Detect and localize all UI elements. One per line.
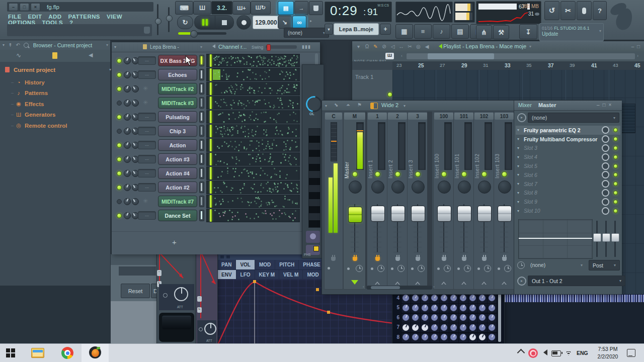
fx-slot-slot-4[interactable]: ▾Slot 4	[516, 152, 620, 161]
slot-led[interactable]	[613, 200, 618, 204]
mute-dot[interactable]	[391, 267, 393, 270]
zoom-icon[interactable]: ◎	[414, 44, 423, 49]
channel-pan-knob[interactable]	[124, 156, 131, 163]
browser-item-patterns[interactable]: –♪Patterns	[0, 88, 110, 99]
fx-slot-slot-8[interactable]: ▾Slot 8	[516, 189, 620, 198]
slot-led[interactable]	[613, 182, 618, 186]
matrix-knob[interactable]	[449, 323, 459, 333]
matrix-knob[interactable]	[430, 323, 440, 333]
browser-tab-snippets-icon[interactable]: ∿	[16, 52, 21, 59]
mixer-track-103[interactable]: 103Insert 103	[494, 112, 515, 290]
main-volume-knob[interactable]	[155, 18, 162, 25]
language-indicator[interactable]: ENG	[577, 350, 588, 356]
update-banner[interactable]: 01/16 FL STUDIO 20.6.1 Update ▾	[539, 23, 604, 41]
matrix-knob[interactable]	[487, 303, 497, 313]
mixer-track-1[interactable]: 1Insert 1	[367, 112, 388, 290]
matrix-knob[interactable]	[449, 303, 459, 313]
track-led[interactable]	[352, 171, 358, 177]
channel-target-selector[interactable]: ---	[138, 169, 156, 177]
track-pan-knob[interactable]	[478, 180, 491, 194]
eq-band-handle[interactable]	[611, 233, 619, 242]
mixer-flag-icon[interactable]: ⚑	[357, 102, 362, 108]
sidechain-clock-icon[interactable]	[464, 265, 471, 272]
delete-icon[interactable]: ⊘	[380, 44, 388, 49]
slot-caret-icon[interactable]: ▾	[517, 182, 519, 186]
fader-handle[interactable]	[371, 206, 385, 222]
sidechain-clock-icon[interactable]	[418, 265, 425, 272]
mixer-dock-icon[interactable]: ⬊	[334, 102, 338, 108]
channel-pan-knob[interactable]	[124, 212, 131, 219]
collapse-chevron-icon[interactable]	[415, 282, 420, 285]
fx-slot-slot-5[interactable]: ▾Slot 5	[516, 161, 620, 170]
mixer-track-101[interactable]: 101Insert 101	[453, 112, 474, 290]
mixer-layout-caret-icon[interactable]: ▾	[404, 104, 406, 108]
slot-knob[interactable]	[602, 171, 609, 178]
channel-button[interactable]: MIDITrack #7	[158, 196, 197, 207]
volume-tray-icon[interactable]	[540, 349, 547, 355]
slip-icon[interactable]: ↔	[397, 44, 406, 49]
chrome-icon[interactable]	[61, 347, 73, 359]
play-button[interactable]	[194, 15, 215, 30]
plug-icon[interactable]	[482, 257, 487, 261]
slot-knob[interactable]	[602, 198, 609, 206]
browser-titlebar[interactable]: ▾ ↟ ↶ Browser - Current project ▾	[0, 40, 110, 50]
matrix-knob[interactable]	[458, 323, 468, 333]
loop-record-icon[interactable]: ↻	[177, 16, 193, 29]
matrix-knob[interactable]	[420, 294, 430, 304]
matrix-knob[interactable]	[458, 333, 468, 343]
channel-led[interactable]	[117, 72, 122, 77]
browser-item-effects[interactable]: –◉Effects	[0, 99, 110, 109]
channel-target-selector[interactable]: ---	[138, 70, 156, 79]
overdub-loop-icon[interactable]: Ш↻	[251, 1, 271, 15]
undo-icon[interactable]: ↺	[544, 1, 559, 20]
browser-menu-icon[interactable]: ▾	[3, 43, 5, 47]
mixer-track-102[interactable]: 102Insert 102	[473, 112, 495, 290]
channel-led[interactable]	[117, 157, 122, 162]
track-led[interactable]	[461, 171, 467, 177]
rack-display-mode-icon[interactable]: ▮▮▮	[302, 44, 311, 49]
slot-caret-icon[interactable]: ▾	[517, 172, 519, 177]
collapse-chevron-icon[interactable]	[395, 282, 400, 285]
matrix-knob[interactable]	[401, 303, 411, 313]
channel-volume-knob[interactable]	[132, 198, 139, 205]
browser-item-remote-control[interactable]: –◎Remote control	[0, 120, 110, 131]
cpu-panel[interactable]: 67 388 MB 31	[476, 1, 541, 24]
env-subtab-key-m[interactable]: KEY M	[255, 270, 280, 280]
fx-slot-slot-7[interactable]: ▾Slot 7	[516, 179, 620, 189]
slot-knob[interactable]	[602, 189, 609, 197]
mixer-track-2[interactable]: 2Insert 2	[387, 112, 408, 290]
fx-slot-fruity-parametric-eq-2[interactable]: ▾Fruity parametric EQ 2	[516, 126, 620, 135]
matrix-knob[interactable]	[420, 303, 430, 313]
matrix-knob[interactable]	[430, 333, 440, 343]
track-pan-knob[interactable]	[371, 180, 384, 194]
app-maximize-button[interactable]: □	[20, 3, 29, 11]
env-handle-icon[interactable]: –	[197, 296, 202, 302]
eq-preview[interactable]	[518, 219, 593, 259]
eq-band-handle[interactable]	[593, 233, 601, 242]
att-knob[interactable]	[174, 287, 188, 301]
matrix-knob[interactable]	[487, 333, 497, 343]
channel-led[interactable]	[117, 143, 122, 148]
matrix-knob[interactable]	[411, 303, 421, 313]
playlist-title-caret-icon[interactable]: ▾	[529, 44, 531, 49]
track-led[interactable]	[387, 92, 392, 97]
mic-icon[interactable]	[577, 1, 592, 20]
mute-dot[interactable]	[457, 267, 460, 270]
track-led[interactable]	[395, 171, 400, 177]
matrix-knob[interactable]	[439, 333, 449, 343]
plugin-tools-icon[interactable]: ⋔	[476, 25, 492, 39]
env-tab-pitch[interactable]: PITCH	[275, 260, 299, 269]
browser-tab-files-icon[interactable]	[52, 52, 57, 59]
recording-tray-icon[interactable]	[528, 348, 538, 358]
trash-icon[interactable]	[309, 1, 323, 15]
matrix-knob[interactable]	[420, 313, 430, 323]
purple-knob-box[interactable]	[306, 231, 320, 243]
matrix-knob[interactable]	[449, 294, 459, 304]
fl-studio-taskbar-item[interactable]	[82, 344, 109, 362]
matrix-knob[interactable]	[411, 333, 421, 343]
channel-pattern-preview[interactable]	[206, 96, 300, 110]
menu-edit[interactable]: EDIT	[28, 14, 42, 20]
plug-icon[interactable]	[502, 257, 507, 261]
main-pitch-knob[interactable]	[166, 15, 173, 22]
slot-caret-icon[interactable]: ▾	[517, 164, 519, 168]
